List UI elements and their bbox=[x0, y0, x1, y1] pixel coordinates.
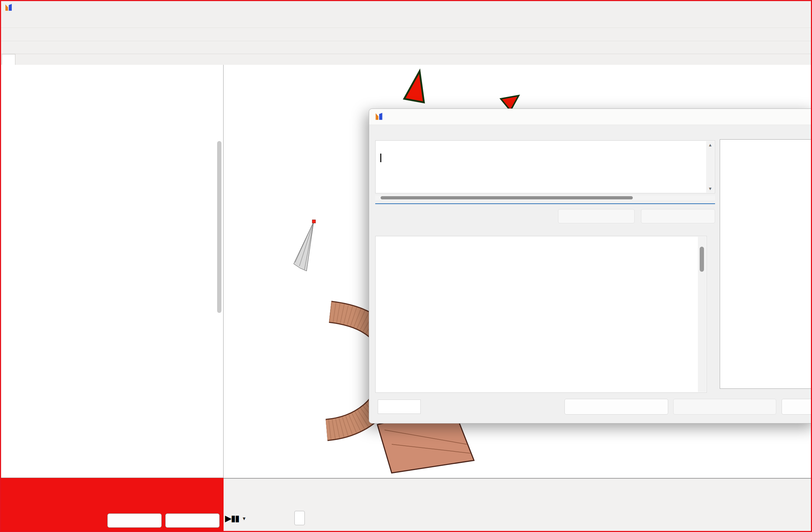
input-file-button[interactable] bbox=[782, 399, 812, 415]
model-fragment-1 bbox=[404, 71, 424, 102]
convergence-chart bbox=[720, 140, 812, 388]
tree-scrollbar[interactable] bbox=[217, 141, 221, 313]
divider-line bbox=[375, 203, 715, 204]
errors-hscrollbar[interactable] bbox=[375, 195, 715, 200]
load-partial-solution-button[interactable] bbox=[673, 399, 776, 415]
monitor-button[interactable] bbox=[107, 513, 162, 528]
animation-controls: ▶▮▮ ▼ bbox=[225, 511, 249, 526]
solver-output-text bbox=[376, 236, 706, 392]
solver-scroll-thumb[interactable] bbox=[700, 247, 704, 272]
toolbar-row-2 bbox=[1, 41, 811, 54]
title-bar bbox=[1, 1, 811, 13]
select-nodes-button[interactable] bbox=[558, 209, 635, 223]
tab-strip bbox=[1, 54, 224, 65]
model-spider-fan bbox=[294, 220, 315, 271]
convergence-chart-box bbox=[720, 139, 812, 389]
solver-output-box[interactable] bbox=[375, 236, 707, 393]
timeline-cursor-handle[interactable] bbox=[294, 511, 305, 525]
scroll-up-icon[interactable]: ▲ bbox=[706, 141, 714, 149]
close-button[interactable] bbox=[165, 513, 220, 528]
outline-tree bbox=[1, 65, 224, 478]
select-elements-button[interactable] bbox=[641, 209, 715, 223]
play-pause-icon[interactable]: ▶▮▮ bbox=[225, 513, 239, 523]
errors-box[interactable]: ▲ ▼ bbox=[375, 140, 715, 193]
menu-bar bbox=[1, 13, 811, 28]
elapsed-time-field[interactable] bbox=[378, 400, 421, 414]
errors-scrollbar[interactable]: ▲ ▼ bbox=[706, 141, 714, 193]
tab-configuration[interactable] bbox=[2, 54, 15, 65]
timeline-panel bbox=[224, 478, 812, 532]
monitor-dialog: ▲ ▼ bbox=[369, 108, 812, 424]
mecway-window: ▶▮▮ ▼ ▲ ▼ bbox=[0, 0, 812, 532]
text-caret bbox=[380, 154, 381, 162]
scroll-down-icon[interactable]: ▼ bbox=[706, 185, 714, 193]
timeline-chart bbox=[224, 479, 812, 532]
dialog-title-bar[interactable] bbox=[369, 109, 812, 125]
solver-status-panel bbox=[1, 478, 224, 532]
play-options-chevron-icon[interactable]: ▼ bbox=[242, 516, 246, 521]
solver-scrollbar[interactable] bbox=[698, 237, 706, 392]
toolbar-row-1 bbox=[1, 28, 811, 41]
hscroll-thumb[interactable] bbox=[381, 196, 633, 199]
dialog-logo-icon bbox=[375, 112, 383, 121]
open-working-directory-button[interactable] bbox=[564, 399, 668, 415]
app-logo-icon bbox=[5, 3, 13, 11]
